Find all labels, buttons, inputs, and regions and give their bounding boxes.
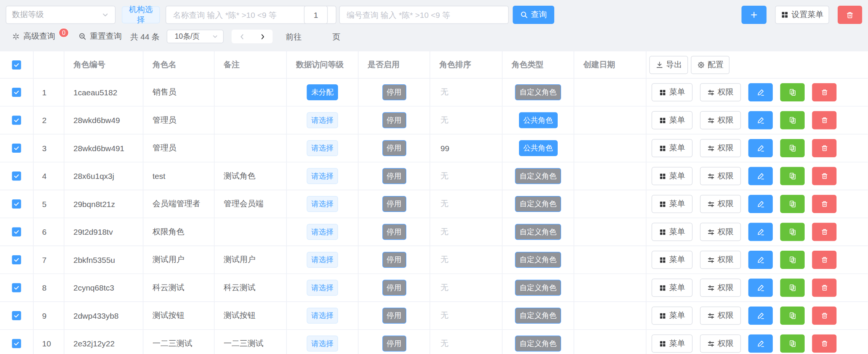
config-button[interactable]: 配置 [691,55,730,74]
row-edit-button[interactable] [748,111,773,130]
row-delete-button[interactable] [812,335,837,353]
role-type-badge[interactable]: 自定义角色 [515,224,561,240]
search-button[interactable]: 查询 [513,6,555,24]
role-type-badge[interactable]: 自定义角色 [515,336,561,352]
access-level-button[interactable]: 请选择 [307,168,338,184]
row-copy-button[interactable] [780,223,805,241]
row-permission-button[interactable]: 权限 [700,307,741,325]
access-level-button[interactable]: 请选择 [307,336,338,352]
select-all-checkbox[interactable] [12,60,21,69]
access-level-button[interactable]: 请选择 [307,224,338,240]
access-level-button[interactable]: 未分配 [307,84,338,100]
row-permission-button[interactable]: 权限 [700,167,741,185]
row-delete-button[interactable] [812,139,837,157]
enabled-status-button[interactable]: 停用 [382,168,406,184]
enabled-status-button[interactable]: 停用 [382,196,406,212]
role-type-badge[interactable]: 公共角色 [519,140,557,156]
row-copy-button[interactable] [780,167,805,185]
row-edit-button[interactable] [748,307,773,325]
row-copy-button[interactable] [780,307,805,325]
row-menu-button[interactable]: 菜单 [652,335,693,353]
enabled-status-button[interactable]: 停用 [382,308,406,324]
row-menu-button[interactable]: 菜单 [652,279,693,297]
enabled-status-button[interactable]: 停用 [382,84,406,100]
page-size-select[interactable]: 10条/页 [167,30,224,43]
row-copy-button[interactable] [780,279,805,297]
row-delete-button[interactable] [812,223,837,241]
setup-menu-button[interactable]: 设置菜单 [775,6,829,24]
row-edit-button[interactable] [748,251,773,269]
row-permission-button[interactable]: 权限 [700,279,741,297]
role-type-badge[interactable]: 自定义角色 [515,252,561,268]
row-delete-button[interactable] [812,279,837,297]
enabled-status-button[interactable]: 停用 [382,336,406,352]
row-checkbox[interactable] [12,88,21,97]
row-permission-button[interactable]: 权限 [700,83,741,101]
batch-delete-button[interactable] [838,6,862,24]
enabled-status-button[interactable]: 停用 [382,112,406,128]
row-permission-button[interactable]: 权限 [700,251,741,269]
data-level-select[interactable]: 数据等级 [6,6,116,24]
next-page-button[interactable] [259,33,266,40]
access-level-button[interactable]: 请选择 [307,196,338,212]
role-type-badge[interactable]: 自定义角色 [515,84,561,100]
row-menu-button[interactable]: 菜单 [652,307,693,325]
row-copy-button[interactable] [780,195,805,213]
enabled-status-button[interactable]: 停用 [382,224,406,240]
add-button[interactable] [742,6,767,24]
prev-page-button[interactable] [238,33,246,40]
row-edit-button[interactable] [748,335,773,353]
row-menu-button[interactable]: 菜单 [652,139,693,157]
row-delete-button[interactable] [812,251,837,269]
enabled-status-button[interactable]: 停用 [382,280,406,296]
row-delete-button[interactable] [812,167,837,185]
row-delete-button[interactable] [812,195,837,213]
row-copy-button[interactable] [780,335,805,353]
row-checkbox[interactable] [12,339,21,348]
row-copy-button[interactable] [780,139,805,157]
row-checkbox[interactable] [12,144,21,153]
row-checkbox[interactable] [12,116,21,125]
row-copy-button[interactable] [780,111,805,130]
role-type-badge[interactable]: 公共角色 [519,112,557,128]
row-permission-button[interactable]: 权限 [700,195,741,213]
row-edit-button[interactable] [748,139,773,157]
enabled-status-button[interactable]: 停用 [382,140,406,156]
row-menu-button[interactable]: 菜单 [652,195,693,213]
row-checkbox[interactable] [12,172,21,181]
enabled-status-button[interactable]: 停用 [382,252,406,268]
role-type-badge[interactable]: 自定义角色 [515,196,561,212]
access-level-button[interactable]: 请选择 [307,112,338,128]
row-menu-button[interactable]: 菜单 [652,83,693,101]
reset-query-button[interactable]: 重置查询 [79,30,122,43]
access-level-button[interactable]: 请选择 [307,308,338,324]
row-edit-button[interactable] [748,223,773,241]
row-menu-button[interactable]: 菜单 [652,251,693,269]
access-level-button[interactable]: 请选择 [307,280,338,296]
row-edit-button[interactable] [748,279,773,297]
row-copy-button[interactable] [780,251,805,269]
export-button[interactable]: 导出 [649,55,688,74]
row-delete-button[interactable] [812,307,837,325]
row-permission-button[interactable]: 权限 [700,335,741,353]
role-type-badge[interactable]: 自定义角色 [515,168,561,184]
org-select-button[interactable]: 机构选择 [122,6,160,24]
row-permission-button[interactable]: 权限 [700,223,741,241]
row-edit-button[interactable] [748,195,773,213]
code-query-input[interactable] [339,6,509,24]
row-checkbox[interactable] [12,311,21,320]
role-type-badge[interactable]: 自定义角色 [515,308,561,324]
row-checkbox[interactable] [12,283,21,292]
row-permission-button[interactable]: 权限 [700,111,741,130]
row-checkbox[interactable] [12,228,21,237]
row-menu-button[interactable]: 菜单 [652,223,693,241]
advanced-query-button[interactable]: 高级查询 0 [12,30,69,43]
row-copy-button[interactable] [780,83,805,101]
access-level-button[interactable]: 请选择 [307,140,338,156]
row-edit-button[interactable] [748,83,773,101]
row-edit-button[interactable] [748,167,773,185]
row-checkbox[interactable] [12,255,21,264]
row-menu-button[interactable]: 菜单 [652,167,693,185]
row-delete-button[interactable] [812,111,837,130]
access-level-button[interactable]: 请选择 [307,252,338,268]
